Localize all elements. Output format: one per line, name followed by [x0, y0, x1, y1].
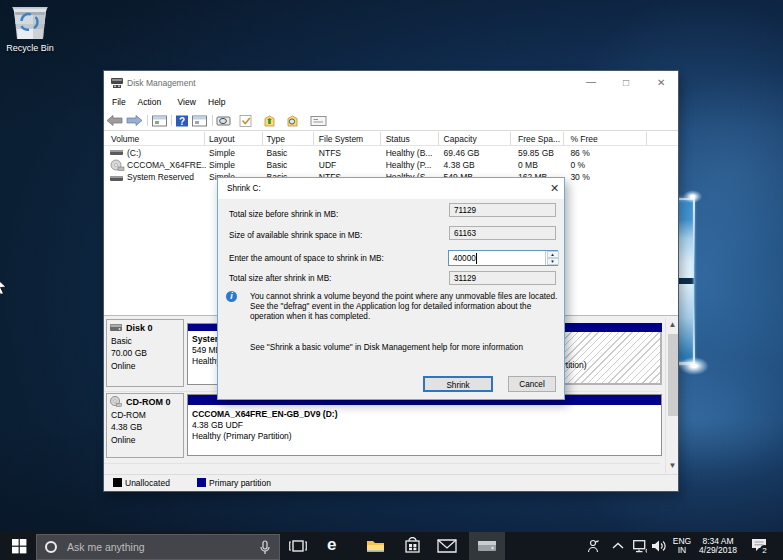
svg-text:2: 2	[762, 546, 767, 555]
svg-text:?: ?	[179, 116, 185, 127]
